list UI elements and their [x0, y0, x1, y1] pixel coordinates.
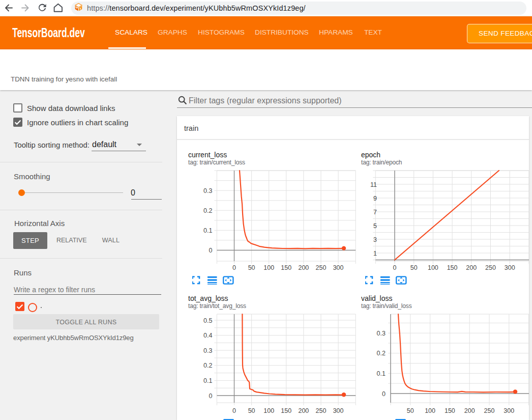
svg-text:0.3: 0.3 — [203, 187, 212, 194]
svg-text:0.3: 0.3 — [203, 347, 212, 354]
svg-text:0.1: 0.1 — [203, 377, 212, 384]
svg-text:100: 100 — [428, 264, 438, 271]
svg-text:100: 100 — [263, 407, 274, 414]
svg-text:11: 11 — [370, 181, 377, 188]
svg-text:200: 200 — [298, 407, 309, 414]
svg-text:0: 0 — [232, 407, 236, 414]
svg-text:150: 150 — [281, 264, 291, 271]
svg-text:100: 100 — [263, 264, 274, 271]
svg-text:3: 3 — [373, 236, 377, 243]
svg-text:0: 0 — [232, 264, 236, 271]
svg-text:9: 9 — [373, 195, 377, 202]
svg-text:300: 300 — [504, 407, 514, 414]
svg-text:300: 300 — [333, 407, 344, 414]
svg-text:0: 0 — [209, 393, 213, 400]
svg-text:300: 300 — [505, 264, 515, 271]
svg-text:5: 5 — [373, 222, 377, 230]
svg-text:50: 50 — [248, 264, 255, 271]
svg-text:0: 0 — [382, 390, 386, 398]
svg-text:0: 0 — [393, 264, 397, 271]
svg-text:200: 200 — [464, 407, 475, 414]
svg-text:0.2: 0.2 — [377, 350, 386, 357]
svg-text:1: 1 — [373, 250, 377, 257]
svg-text:250: 250 — [484, 407, 495, 414]
svg-text:200: 200 — [298, 264, 309, 271]
svg-text:0.4: 0.4 — [203, 332, 212, 339]
svg-text:200: 200 — [466, 264, 477, 271]
svg-text:50: 50 — [410, 264, 418, 271]
svg-text:150: 150 — [445, 407, 455, 414]
svg-text:250: 250 — [316, 264, 327, 271]
svg-text:150: 150 — [281, 407, 291, 414]
svg-text:50: 50 — [248, 407, 255, 414]
svg-text:0.5: 0.5 — [203, 317, 212, 324]
svg-text:150: 150 — [447, 264, 458, 271]
svg-text:250: 250 — [485, 264, 496, 271]
svg-text:0.2: 0.2 — [203, 207, 212, 214]
svg-text:50: 50 — [407, 407, 414, 414]
svg-text:0: 0 — [209, 247, 213, 254]
svg-text:7: 7 — [373, 209, 377, 216]
svg-text:0.2: 0.2 — [203, 362, 212, 369]
svg-text:0.3: 0.3 — [377, 330, 386, 337]
svg-text:0.1: 0.1 — [203, 227, 212, 234]
svg-text:300: 300 — [333, 264, 344, 271]
svg-text:250: 250 — [316, 407, 327, 414]
svg-text:100: 100 — [425, 407, 435, 414]
svg-text:0.1: 0.1 — [377, 370, 386, 377]
